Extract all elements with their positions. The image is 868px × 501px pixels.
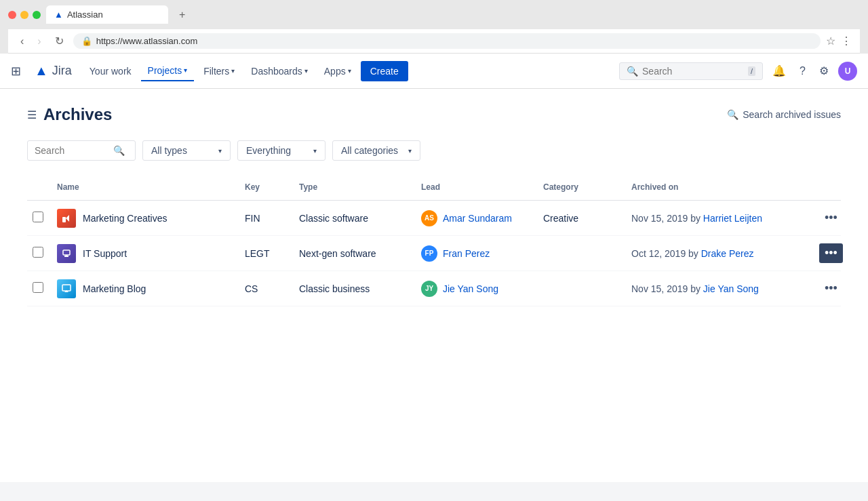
row1-archived-cell: Nov 15, 2019 by Harriet Leijten — [626, 209, 814, 228]
row1-checkbox[interactable] — [33, 212, 43, 222]
jira-logo-icon: ▲ — [35, 63, 48, 79]
search-input[interactable] — [642, 66, 744, 77]
jira-logo[interactable]: ▲ Jira — [35, 63, 72, 79]
svg-rect-4 — [62, 285, 71, 291]
global-search-bar[interactable]: 🔍 / — [619, 62, 763, 80]
row3-lead-name[interactable]: Jie Yan Song — [443, 283, 498, 294]
row3-more-button[interactable]: ••• — [819, 279, 843, 298]
search-archived-label: Search archived issues — [743, 109, 841, 120]
row1-category-cell: Creative — [538, 209, 626, 228]
row1-archived-by[interactable]: Harriet Leijten — [703, 213, 762, 224]
row2-key-cell: LEGT — [239, 244, 294, 263]
name-search-input[interactable] — [35, 145, 109, 156]
row1-key-cell: FIN — [239, 209, 294, 228]
reload-button[interactable]: ↻ — [51, 33, 68, 49]
row3-checkbox-cell — [27, 278, 52, 299]
row3-checkbox[interactable] — [33, 282, 43, 293]
row1-lead-name[interactable]: Amar Sundaram — [443, 213, 512, 224]
row3-project-name[interactable]: Marketing Blog — [83, 283, 146, 294]
nav-your-work[interactable]: Your work — [83, 62, 138, 81]
nav-filters[interactable]: Filters ▾ — [197, 62, 241, 81]
row2-archived-cell: Oct 12, 2019 by Drake Perez — [626, 244, 814, 263]
help-button[interactable]: ? — [795, 61, 810, 81]
page-content: ☰ Archives 🔍 Search archived issues 🔍 Al… — [0, 89, 868, 482]
type-filter-dropdown[interactable]: All types ▾ — [142, 140, 231, 161]
row1-lead-avatar: AS — [421, 210, 437, 226]
row2-more-button[interactable]: ••• — [819, 243, 843, 263]
header-archived-on: Archived on — [626, 180, 814, 195]
sidebar-toggle-icon[interactable]: ☰ — [27, 108, 37, 121]
back-button[interactable]: ‹ — [16, 34, 28, 49]
header-lead: Lead — [416, 180, 538, 195]
row3-category-cell — [538, 285, 626, 293]
new-tab-button[interactable]: + — [174, 6, 191, 24]
row2-name-cell: IT Support — [52, 240, 239, 267]
table-header: Name Key Type Lead Category Archived on — [27, 174, 841, 201]
search-archived-issues-link[interactable]: 🔍 Search archived issues — [727, 109, 841, 120]
row3-actions-cell: ••• — [814, 275, 841, 302]
row3-name-cell: Marketing Blog — [52, 275, 239, 302]
name-search-filter[interactable]: 🔍 — [27, 140, 136, 161]
notifications-button[interactable]: 🔔 — [768, 60, 790, 81]
filters-chevron-icon: ▾ — [231, 67, 235, 75]
table-row: Marketing Blog CS Classic business JY Ji… — [27, 271, 841, 306]
row2-checkbox-cell — [27, 243, 52, 264]
minimize-dot[interactable] — [20, 11, 28, 19]
nav-dashboards[interactable]: Dashboards ▾ — [244, 62, 315, 81]
create-button[interactable]: Create — [361, 61, 408, 81]
svg-rect-0 — [62, 217, 66, 222]
grid-icon[interactable]: ⊞ — [11, 64, 21, 79]
row3-archived-cell: Nov 15, 2019 by Jie Yan Song — [626, 279, 814, 298]
header-actions — [814, 180, 841, 195]
row2-lead-avatar: FP — [421, 245, 437, 262]
nav-apps[interactable]: Apps ▾ — [317, 62, 358, 81]
forward-button[interactable]: › — [33, 34, 45, 49]
row2-type-cell: Next-gen software — [294, 244, 416, 263]
page-header: ☰ Archives 🔍 Search archived issues — [27, 105, 841, 124]
svg-rect-1 — [63, 250, 70, 255]
avatar[interactable]: U — [838, 62, 857, 81]
categories-filter-chevron-icon: ▾ — [408, 147, 412, 155]
row1-project-name[interactable]: Marketing Creatives — [83, 213, 167, 224]
everything-filter-label: Everything — [246, 145, 291, 156]
top-navigation: ⊞ ▲ Jira Your work Projects ▾ Filters ▾ … — [0, 54, 868, 89]
row2-lead-cell: FP Fran Perez — [416, 241, 538, 266]
row2-project-icon — [57, 244, 76, 263]
row3-lead-cell: JY Jie Yan Song — [416, 277, 538, 301]
header-name: Name — [52, 180, 239, 195]
row1-type-cell: Classic software — [294, 209, 416, 228]
row2-archived-by[interactable]: Drake Perez — [701, 248, 754, 259]
header-type: Type — [294, 180, 416, 195]
close-dot[interactable] — [8, 11, 16, 19]
chrome-menu-button[interactable]: ⋮ — [841, 35, 852, 47]
row1-checkbox-cell — [27, 207, 52, 228]
browser-tab[interactable]: ▲ Atlassian — [46, 5, 168, 24]
row1-more-button[interactable]: ••• — [819, 208, 843, 228]
filter-search-icon: 🔍 — [113, 145, 125, 156]
archives-table: Name Key Type Lead Category Archived on … — [27, 174, 841, 306]
nav-projects[interactable]: Projects ▾ — [141, 61, 195, 81]
settings-button[interactable]: ⚙ — [815, 60, 833, 81]
row2-checkbox[interactable] — [33, 247, 43, 258]
row3-archived-by[interactable]: Jie Yan Song — [703, 283, 759, 294]
header-category: Category — [538, 180, 626, 195]
maximize-dot[interactable] — [33, 11, 41, 19]
lock-icon: 🔒 — [81, 36, 92, 46]
type-filter-label: All types — [151, 145, 187, 156]
row1-project-icon — [57, 209, 76, 228]
everything-filter-dropdown[interactable]: Everything ▾ — [237, 140, 326, 161]
url-text: https://www.atlassian.com — [96, 36, 198, 46]
svg-rect-2 — [64, 256, 68, 257]
categories-filter-dropdown[interactable]: All categories ▾ — [332, 140, 420, 161]
search-archived-icon: 🔍 — [727, 109, 738, 120]
row2-project-name[interactable]: IT Support — [83, 248, 127, 259]
row1-lead-cell: AS Amar Sundaram — [416, 206, 538, 231]
row2-lead-name[interactable]: Fran Perez — [443, 248, 490, 259]
table-row: Marketing Creatives FIN Classic software… — [27, 201, 841, 236]
page-title-area: ☰ Archives — [27, 105, 112, 124]
projects-chevron-icon: ▾ — [184, 66, 187, 74]
row2-archived-date: Oct 12, 2019 by — [631, 248, 701, 259]
jira-logo-text: Jira — [52, 64, 72, 78]
bookmark-button[interactable]: ☆ — [826, 35, 835, 47]
address-bar[interactable]: 🔒 https://www.atlassian.com — [73, 33, 821, 49]
